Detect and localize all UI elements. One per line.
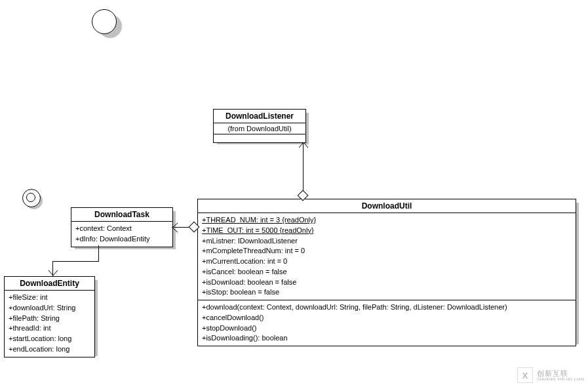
- class-member: +isDownloading(): boolean: [202, 333, 572, 344]
- class-member: +isStop: boolean = false: [202, 287, 572, 298]
- class-member: +cancelDownload(): [202, 313, 572, 323]
- open-arrow-icon: [48, 270, 58, 276]
- watermark-line1: 创新互联: [537, 369, 584, 377]
- state-node: [22, 189, 41, 207]
- class-download-listener: DownloadListener (from DownloadUtil): [213, 109, 306, 143]
- connector-line: [52, 261, 99, 262]
- connector-line: [303, 143, 304, 195]
- class-empty-section: [214, 134, 305, 142]
- class-member: +filePath: String: [9, 314, 90, 324]
- class-title: DownloadUtil: [198, 199, 576, 213]
- class-member: +mListner: IDownloadListener: [202, 236, 572, 247]
- class-title: DownloadListener: [214, 110, 305, 123]
- class-member: +isDownload: boolean = false: [202, 277, 572, 288]
- class-operations: +download(context: Context, downloadUrl:…: [198, 300, 576, 346]
- class-member: +mCompleteThreadNum: int = 0: [202, 246, 572, 256]
- class-member: +downloadUrl: String: [9, 303, 90, 314]
- class-download-util: DownloadUtil +THREAD_NUM: int = 3 {readO…: [197, 199, 576, 346]
- class-member: +fileSize: int: [9, 293, 90, 303]
- class-download-entity: DownloadEntity +fileSize: int+downloadUr…: [4, 276, 95, 357]
- watermark-line2: CHUANG XIN HU LIAN: [537, 377, 584, 382]
- class-member: +startLocation: long: [9, 334, 90, 344]
- class-attributes: +fileSize: int+downloadUrl: String+fileP…: [5, 291, 94, 357]
- class-member: +isCancel: boolean = false: [202, 267, 572, 277]
- watermark-logo-icon: X: [517, 367, 533, 383]
- class-member: +mCurrentLocation: int = 0: [202, 256, 572, 267]
- class-attributes: +context: Context+dInfo: DownloadEntity: [71, 222, 172, 247]
- open-arrow-icon: [172, 222, 178, 233]
- state-node: [92, 9, 117, 34]
- class-member: +stopDownload(): [202, 323, 572, 334]
- class-title: DownloadEntity: [5, 277, 94, 291]
- watermark: X 创新互联 CHUANG XIN HU LIAN: [517, 367, 584, 383]
- class-attributes: +THREAD_NUM: int = 3 {readOnly}+TIME_OUT…: [198, 213, 576, 300]
- connector-line: [98, 245, 99, 261]
- class-member: +threadId: int: [9, 323, 90, 334]
- class-member: +context: Context: [75, 224, 168, 234]
- open-arrow-icon: [298, 142, 309, 148]
- class-member: +endLocation: long: [9, 344, 90, 355]
- state-inner-circle: [26, 193, 35, 202]
- class-member: +THREAD_NUM: int = 3 {readOnly}: [202, 215, 572, 226]
- class-download-task: DownloadTask +context: Context+dInfo: Do…: [71, 207, 173, 247]
- class-title: DownloadTask: [71, 208, 172, 222]
- class-member: +dInfo: DownloadEntity: [75, 234, 168, 245]
- class-stereotype: (from DownloadUtil): [214, 123, 305, 134]
- class-member: +download(context: Context, downloadUrl:…: [202, 302, 572, 313]
- class-member: +TIME_OUT: int = 5000 {readOnly}: [202, 226, 572, 236]
